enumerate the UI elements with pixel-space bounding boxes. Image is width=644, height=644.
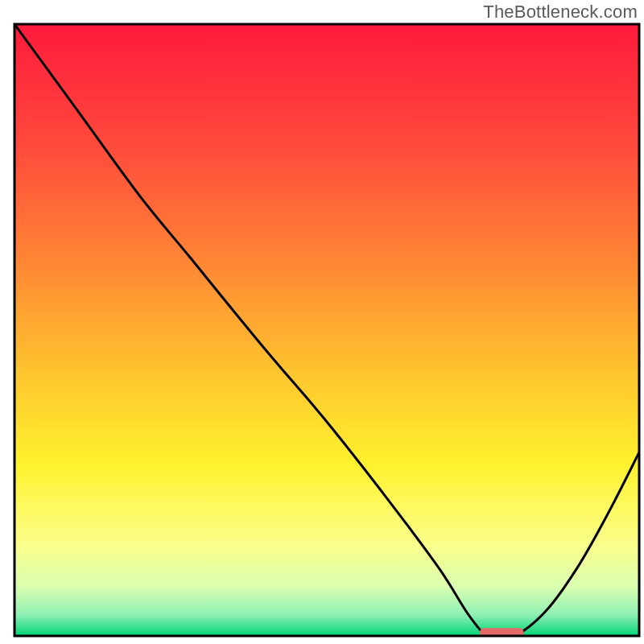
gradient-background bbox=[14, 24, 639, 636]
bottleneck-chart bbox=[0, 0, 644, 644]
watermark-label: TheBottleneck.com bbox=[483, 2, 638, 23]
chart-stage: TheBottleneck.com bbox=[0, 0, 644, 644]
